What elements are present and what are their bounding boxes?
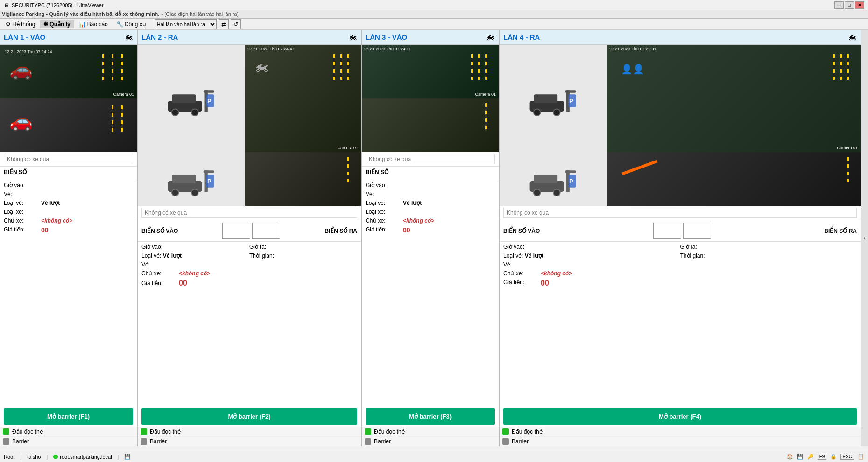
menu-baocao[interactable]: 📊 Báo cáo — [75, 20, 112, 28]
lane3-time-row: Giờ vào: — [366, 182, 495, 189]
cam3-label: Camera 01 — [475, 92, 496, 97]
lane4-barrier-btn[interactable]: Mở barrier (F4) — [503, 408, 857, 425]
lane4-cam-b-left: P — [500, 152, 607, 206]
cam1-pole1 — [121, 54, 123, 82]
lane2-type-value: Vé lượt — [163, 252, 182, 259]
cam1b-car-sim: 🚗 — [9, 110, 33, 132]
lane2-ticket-row: Vé: — [141, 261, 357, 268]
lane2-duration-label: Thời gian: — [249, 252, 274, 259]
minimize-button[interactable]: ─ — [834, 1, 844, 9]
lane1-owner-row: Chủ xe: <không có> — [4, 217, 133, 224]
congtool-icon: 🔧 — [116, 21, 123, 28]
sync-button[interactable]: ⇄ — [219, 19, 229, 29]
lane3-vehicle-row: Loại xe: — [366, 209, 495, 215]
lane2-barrier-btn[interactable]: Mở barrier (F2) — [141, 408, 357, 425]
lane4: LÀN 4 - RA 🏍 P 12-21- — [500, 30, 861, 446]
right-scroll-btn[interactable]: › — [861, 30, 868, 446]
lane4-icon: 🏍 — [848, 32, 857, 42]
titlebar-controls[interactable]: ─ □ ✕ — [834, 1, 864, 9]
lane2-header: LÀN 2 - RA 🏍 — [138, 30, 361, 45]
lane2-cam-b-right — [245, 152, 361, 206]
menu-hethong[interactable]: ⚙ Hệ thống — [2, 20, 39, 28]
cam3-pole1 — [485, 54, 487, 80]
svg-point-18 — [533, 109, 540, 116]
lane2-time-in-label: Giờ vào: — [141, 244, 162, 250]
menu-congtool[interactable]: 🔧 Công cụ — [113, 20, 150, 28]
lane2-duration: Thời gian: — [249, 252, 357, 259]
svg-point-27 — [553, 189, 560, 196]
lane2-plate-box1 — [222, 223, 250, 239]
svg-rect-5 — [203, 90, 214, 93]
lane2-cameras-bottom: P — [138, 152, 361, 206]
svg-point-19 — [553, 109, 560, 116]
close-button[interactable]: ✕ — [855, 1, 864, 9]
cam4r-pole3 — [833, 54, 835, 80]
lock-icon[interactable]: 🔒 — [830, 454, 837, 460]
maximize-button[interactable]: □ — [845, 1, 854, 9]
lane1-barrier-btn[interactable]: Mở barrier (F1) — [4, 408, 133, 425]
lane4-plate-box1 — [653, 223, 681, 239]
main-menubar: ⚙ Hệ thống ✱ Quản lý 📊 Báo cáo 🔧 Công cụ… — [0, 19, 868, 30]
lane2-type-label: Loại vé: — [141, 252, 161, 259]
mode-select[interactable]: Hai làn vào hai làn ra Một làn vào một l… — [155, 19, 217, 29]
lane4-header: LÀN 4 - RA 🏍 — [500, 30, 861, 45]
lane3-ticket-label: Vé: — [366, 191, 403, 197]
lane4-camera-left: P — [500, 45, 607, 152]
lane3-price-label: Giá tiền: — [366, 226, 403, 234]
lane2-no-car-input[interactable] — [141, 208, 357, 218]
status-sep2: | — [46, 454, 48, 460]
lane4-duration: Thời gian: — [680, 252, 857, 259]
lane1-no-car-input[interactable] — [4, 154, 133, 164]
hethong-icon: ⚙ — [6, 21, 11, 28]
lane4-footer-row1: Đầu đọc thẻ — [500, 427, 861, 437]
lane1-status — [0, 152, 137, 167]
lane2-footer-row1: Đầu đọc thẻ — [138, 427, 361, 437]
refresh-button[interactable]: ↺ — [231, 19, 241, 29]
lane4-cameras-bottom: P — [500, 152, 861, 206]
lane1-camera-top: 12-21-2023 Thu 07:24:24 Camera 01 🚗 — [0, 45, 137, 98]
cam1-pole2 — [112, 54, 113, 82]
lane1-footer-row2: Barrier — [0, 437, 137, 446]
lane1-time-in-row: Giờ vào: — [4, 182, 133, 189]
lane3-price-row: Giá tiền: 00 — [366, 226, 495, 234]
doc-icon[interactable]: 📋 — [858, 454, 864, 460]
lane1-camera-bottom: 🚗 — [0, 98, 137, 152]
app-icon: 🖥 — [4, 2, 9, 8]
lane4-type-value: Vé lượt — [525, 252, 543, 259]
lane2-car-icon: P — [166, 81, 217, 116]
lane3-no-car-input[interactable] — [366, 154, 495, 164]
lane3-cameras: 12-21-2023 Thu 07:24:11 Camera 01 — [362, 45, 499, 152]
lane4-cameras: P 12-21-2023 Thu 07:21:31 Camera 01 👤👤 — [500, 45, 861, 152]
lane2-info: Giờ vào: Giờ ra: Loại vé: Vé lượt Thời g… — [138, 242, 361, 406]
svg-point-10 — [171, 189, 178, 196]
cam2r-moto: 🏍 — [254, 59, 268, 75]
lane4-footer-row2: Barrier — [500, 437, 861, 446]
status-taisho: taisho — [27, 454, 41, 460]
lane3-camera-top: 12-21-2023 Thu 07:24:11 Camera 01 — [362, 45, 499, 98]
cam4r-pole1 — [847, 54, 849, 80]
lane1-type-label: Loại vé: — [4, 200, 41, 206]
lane4-no-car-input[interactable] — [503, 208, 857, 218]
status-server: root.smartparking.local — [60, 454, 112, 460]
lane3-owner-value: <không có> — [403, 217, 434, 224]
lane2-camera-right: 12-21-2023 Thu 07:24:47 Camera 01 🏍 — [245, 45, 361, 152]
lane4-type-label: Loại vé: — [503, 252, 523, 259]
lane3-barrier-btn[interactable]: Mở barrier (F3) — [366, 408, 495, 425]
cam2br-bg — [245, 152, 361, 206]
menu-quanly[interactable]: ✱ Quản lý — [40, 20, 74, 28]
status-root: Root — [4, 454, 14, 460]
home-icon[interactable]: 🏠 — [787, 454, 793, 460]
cam2r-timestamp: 12-21-2023 Thu 07:24:47 — [247, 47, 294, 51]
lane4-car-icon-b: P — [528, 161, 579, 196]
lane3-footer: Đầu đọc thẻ Barrier — [362, 427, 499, 446]
lane4-title: LÀN 4 - RA — [503, 33, 540, 41]
save-icon[interactable]: 💾 — [797, 454, 804, 460]
scroll-right-icon: › — [864, 235, 866, 241]
lane4-camera-right: 12-21-2023 Thu 07:21:31 Camera 01 👤👤 — [607, 45, 861, 152]
cam3-pole2 — [478, 54, 480, 80]
svg-rect-9 — [172, 175, 195, 183]
svg-text:P: P — [207, 97, 211, 104]
lane1-vehicle-label: Loại xe: — [4, 209, 41, 215]
key-icon[interactable]: 🔑 — [807, 454, 814, 460]
lane4-type: Loại vé: Vé lượt — [503, 252, 680, 259]
